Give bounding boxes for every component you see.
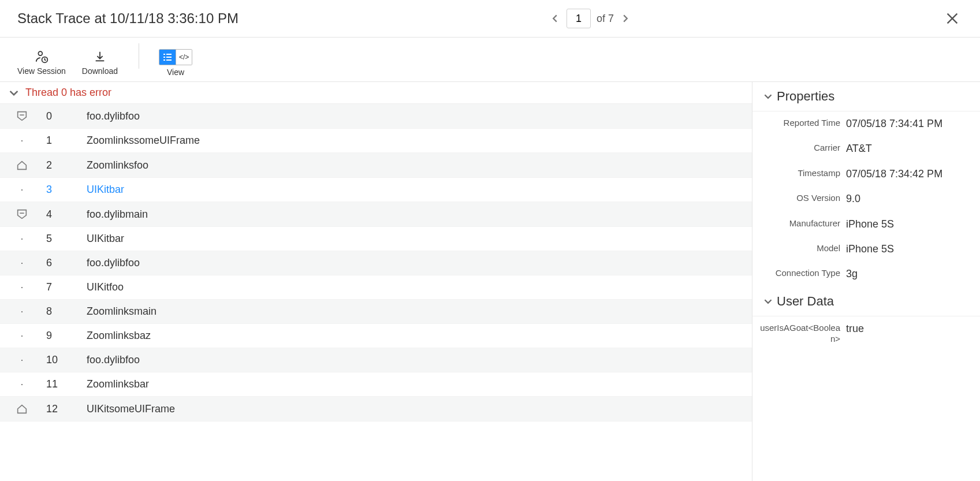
stack-frame-row[interactable]: 7UIKitfoo bbox=[0, 275, 752, 300]
download-icon bbox=[94, 49, 106, 64]
download-label: Download bbox=[82, 66, 118, 76]
view-toggle-label: View bbox=[167, 68, 184, 77]
frame-index: 5 bbox=[44, 233, 84, 245]
svg-rect-2 bbox=[163, 54, 165, 55]
stack-frame-row[interactable]: 3UIKitbar bbox=[0, 178, 752, 202]
frame-name: Zoomlinksmain bbox=[84, 305, 752, 318]
userdata-title: User Data bbox=[777, 294, 834, 309]
property-row: Timestamp07/05/18 7:34:42 PM bbox=[752, 162, 980, 187]
frame-index: 0 bbox=[44, 110, 84, 122]
user-clock-icon bbox=[34, 49, 49, 64]
userdata-label: userIsAGoat<Boolean> bbox=[759, 322, 846, 345]
stack-frame-row[interactable]: 5UIKitbar bbox=[0, 227, 752, 251]
toolbar: View Session Download </> bbox=[0, 38, 980, 82]
property-value: AT&T bbox=[846, 142, 968, 155]
property-row: ManufactureriPhone 5S bbox=[752, 212, 980, 237]
stack-frame-row[interactable]: 4foo.dylibmain bbox=[0, 202, 752, 227]
property-value: 07/05/18 7:34:42 PM bbox=[846, 167, 968, 181]
stack-frame-row[interactable]: 1ZoomlinkssomeUIFrame bbox=[0, 129, 752, 153]
house-icon bbox=[0, 402, 44, 415]
frame-name: UIKitsomeUIFrame bbox=[84, 403, 752, 415]
stack-frame-row[interactable]: 8Zoomlinksmain bbox=[0, 300, 752, 324]
frame-index: 8 bbox=[44, 305, 84, 318]
frame-index: 7 bbox=[44, 281, 84, 293]
pager-prev-button[interactable] bbox=[549, 13, 561, 24]
property-row: Reported Time07/05/18 7:34:41 PM bbox=[752, 111, 980, 136]
stack-frame-row[interactable]: 6foo.dylibfoo bbox=[0, 251, 752, 275]
pager-current-input[interactable] bbox=[567, 9, 591, 28]
stack-frame-list[interactable]: Thread 0 has error 0foo.dylibfoo1Zoomlin… bbox=[0, 82, 752, 481]
pager: of 7 bbox=[549, 9, 631, 28]
property-row: CarrierAT&T bbox=[752, 136, 980, 161]
chevron-down-icon bbox=[764, 297, 772, 305]
frame-name: foo.dylibmain bbox=[84, 208, 752, 221]
stack-frame-row[interactable]: 12UIKitsomeUIFrame bbox=[0, 397, 752, 422]
property-row: OS Version9.0 bbox=[752, 187, 980, 211]
frame-name: Zoomlinksbaz bbox=[84, 330, 752, 342]
stack-frame-row[interactable]: 9Zoomlinksbaz bbox=[0, 324, 752, 348]
property-label: OS Version bbox=[759, 192, 846, 204]
shield-icon bbox=[0, 208, 44, 221]
app-root: Stack Trace at 10/11/18 3:36:10 PM of 7 bbox=[0, 0, 980, 481]
frame-name: foo.dylibfoo bbox=[84, 354, 752, 366]
stack-frame-row[interactable]: 10foo.dylibfoo bbox=[0, 348, 752, 372]
svg-rect-4 bbox=[163, 57, 165, 58]
frame-index: 11 bbox=[44, 378, 84, 390]
pager-next-button[interactable] bbox=[620, 13, 631, 24]
frame-name: foo.dylibfoo bbox=[84, 110, 752, 122]
property-row: Connection Type3g bbox=[752, 262, 980, 286]
close-button[interactable] bbox=[942, 8, 963, 29]
frame-index: 2 bbox=[44, 159, 84, 171]
frame-name: UIKitbar bbox=[84, 184, 752, 196]
stack-frame-row[interactable]: 0foo.dylibfoo bbox=[0, 104, 752, 129]
frame-index: 3 bbox=[44, 184, 84, 196]
view-toggle-code[interactable]: </> bbox=[176, 50, 192, 65]
properties-title: Properties bbox=[777, 89, 834, 104]
property-value: iPhone 5S bbox=[846, 218, 968, 231]
view-toggle-list[interactable] bbox=[159, 50, 176, 65]
frame-name: Zoomlinksbar bbox=[84, 378, 752, 390]
property-label: Connection Type bbox=[759, 267, 846, 279]
svg-rect-5 bbox=[166, 57, 172, 58]
property-label: Timestamp bbox=[759, 167, 846, 179]
stack-frame-row[interactable]: 11Zoomlinksbar bbox=[0, 372, 752, 397]
chevron-down-icon bbox=[764, 92, 772, 100]
property-value: 07/05/18 7:34:41 PM bbox=[846, 117, 968, 130]
svg-point-0 bbox=[38, 51, 42, 55]
frame-index: 6 bbox=[44, 257, 84, 269]
body: Thread 0 has error 0foo.dylibfoo1Zoomlin… bbox=[0, 82, 980, 481]
toolbar-separator bbox=[139, 43, 139, 69]
page-title: Stack Trace at 10/11/18 3:36:10 PM bbox=[17, 10, 239, 27]
view-session-button[interactable]: View Session bbox=[16, 48, 67, 77]
frame-name: foo.dylibfoo bbox=[84, 257, 752, 269]
property-label: Carrier bbox=[759, 142, 846, 154]
stack-frame-row[interactable]: 2Zoomlinksfoo bbox=[0, 153, 752, 178]
section-header-properties[interactable]: Properties bbox=[752, 82, 980, 111]
svg-rect-6 bbox=[163, 59, 165, 61]
section-header-userdata[interactable]: User Data bbox=[752, 287, 980, 316]
property-value: iPhone 5S bbox=[846, 243, 968, 256]
frame-name: ZoomlinkssomeUIFrame bbox=[84, 135, 752, 147]
frame-index: 9 bbox=[44, 330, 84, 342]
thread-title: Thread 0 has error bbox=[25, 87, 111, 99]
sidebar[interactable]: Properties Reported Time07/05/18 7:34:41… bbox=[752, 82, 980, 481]
thread-header[interactable]: Thread 0 has error bbox=[0, 82, 752, 104]
property-value: 3g bbox=[846, 267, 968, 281]
svg-rect-3 bbox=[166, 54, 172, 55]
property-row: ModeliPhone 5S bbox=[752, 237, 980, 262]
userdata-value: true bbox=[846, 322, 968, 335]
svg-rect-7 bbox=[166, 59, 172, 61]
house-icon bbox=[0, 159, 44, 171]
view-toggle-group: </> View bbox=[159, 49, 192, 77]
frame-index: 12 bbox=[44, 403, 84, 415]
view-session-label: View Session bbox=[17, 66, 66, 76]
view-toggle: </> bbox=[159, 49, 192, 65]
chevron-down-icon[interactable] bbox=[9, 88, 18, 98]
frame-index: 4 bbox=[44, 208, 84, 221]
frame-index: 10 bbox=[44, 354, 84, 366]
frame-name: Zoomlinksfoo bbox=[84, 159, 752, 171]
frame-name: UIKitfoo bbox=[84, 281, 752, 293]
download-button[interactable]: Download bbox=[81, 48, 119, 77]
property-label: Model bbox=[759, 243, 846, 254]
property-value: 9.0 bbox=[846, 192, 968, 206]
